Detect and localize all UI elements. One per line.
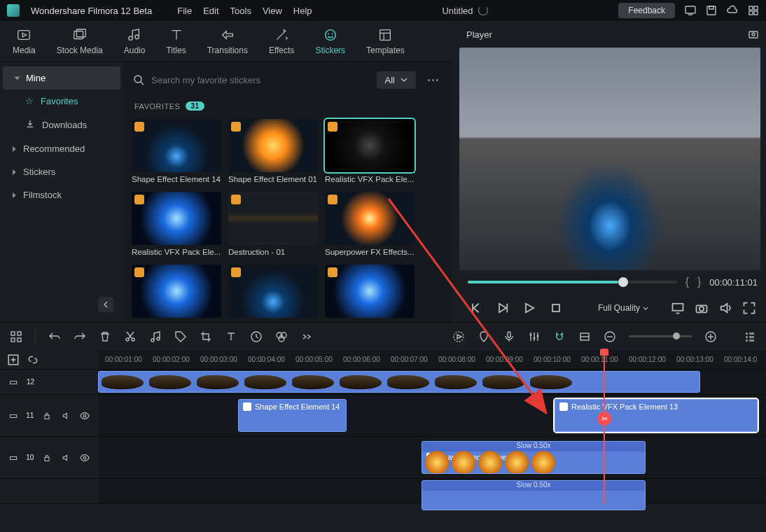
play-button[interactable] (522, 301, 536, 315)
svg-rect-5 (754, 6, 758, 10)
svg-marker-23 (499, 304, 506, 313)
volume-icon[interactable] (718, 301, 732, 315)
clip-shape-14[interactable]: Shape Effect Element 14 (238, 399, 347, 432)
sync-icon[interactable] (478, 6, 488, 15)
feedback-button[interactable]: Feedback (618, 3, 675, 18)
sidebar-item-favorites[interactable]: ☆Favorites (0, 90, 123, 113)
menu-tools[interactable]: Tools (230, 6, 251, 16)
svg-rect-32 (18, 332, 21, 335)
save-icon[interactable] (706, 5, 717, 16)
frame-icon[interactable] (578, 330, 591, 343)
sticker-thumb[interactable] (325, 265, 415, 318)
add-track-icon[interactable] (7, 354, 20, 366)
tag-icon[interactable] (174, 330, 187, 343)
music-icon[interactable] (149, 330, 162, 343)
quality-dropdown[interactable]: Full Quality (598, 303, 648, 313)
mute-icon[interactable] (60, 451, 72, 464)
undo-button[interactable] (48, 330, 61, 343)
display-icon[interactable] (671, 301, 685, 315)
eye-icon[interactable] (79, 451, 91, 464)
tab-titles[interactable]: Titles (166, 27, 186, 55)
sticker-thumb[interactable]: Destruction - 01 (228, 192, 318, 256)
sidebar-item-downloads[interactable]: Downloads (0, 113, 123, 137)
magnet-icon[interactable] (553, 330, 566, 343)
search-input[interactable] (151, 75, 370, 85)
render-icon[interactable] (452, 330, 465, 343)
sticker-thumb[interactable]: Shape Effect Element 14 (132, 119, 221, 183)
timeline-track-12[interactable]: ▭12 (0, 370, 766, 395)
clip-realistic-vfx[interactable]: Realistic VFX Pack Element 13 (555, 399, 758, 432)
mark-in-button[interactable]: { (685, 276, 689, 288)
speed-icon[interactable] (250, 330, 263, 343)
sticker-thumb[interactable]: Shape Effect Element 01 (228, 119, 318, 183)
sidebar-item-filmstock[interactable]: Filmstock (0, 183, 123, 206)
crop-icon[interactable] (200, 330, 212, 343)
tab-templates[interactable]: Templates (366, 27, 405, 55)
more-tools-button[interactable] (300, 330, 313, 343)
snapshot-icon[interactable] (748, 29, 759, 40)
menu-file[interactable]: File (177, 6, 192, 16)
text-icon[interactable] (225, 330, 237, 343)
delete-button[interactable] (99, 330, 111, 343)
monitor-icon[interactable] (685, 5, 696, 16)
sidebar-item-recommended[interactable]: Recommended (0, 137, 123, 160)
timeline-track-9[interactable]: Slow 0.50x (0, 479, 766, 504)
mark-out-button[interactable]: } (697, 276, 701, 288)
tab-audio[interactable]: Audio (124, 27, 146, 55)
tab-media[interactable]: Media (13, 27, 36, 55)
timeline-track-11[interactable]: ▭11 Shape Effect Element 14 Realistic VF… (0, 395, 766, 437)
more-button[interactable] (423, 79, 443, 81)
track-options-icon[interactable] (744, 330, 756, 343)
sticker-thumb[interactable] (228, 265, 318, 318)
zoom-slider[interactable] (629, 335, 692, 337)
redo-button[interactable] (74, 330, 86, 343)
timeline-track-10[interactable]: ▭10 Slow 0.50x Shape Effect Element 01 (0, 437, 766, 479)
scissor-icon[interactable]: ✂ (597, 412, 611, 426)
zoom-out-button[interactable] (604, 330, 616, 343)
tab-stickers[interactable]: Stickers (315, 27, 345, 55)
sticker-thumb[interactable]: Realistic VFX Pack Ele... (325, 119, 415, 183)
filter-dropdown[interactable]: All (377, 71, 416, 89)
stop-button[interactable] (549, 301, 563, 315)
scrub-slider[interactable] (468, 281, 677, 284)
grid-icon[interactable] (748, 5, 759, 16)
tab-transitions[interactable]: Transitions (207, 27, 248, 55)
cloud-icon[interactable] (727, 5, 738, 16)
lock-icon[interactable] (41, 410, 53, 422)
svg-rect-34 (18, 338, 21, 342)
clip-shape-01[interactable]: Slow 0.50x Shape Effect Element 01 (422, 441, 646, 474)
clip-destruction[interactable] (98, 371, 700, 393)
camera-icon[interactable] (695, 301, 709, 315)
tab-effects[interactable]: Effects (269, 27, 294, 55)
eye-icon[interactable] (79, 410, 91, 422)
color-icon[interactable] (275, 330, 288, 343)
marker-icon[interactable] (478, 330, 490, 343)
menu-help[interactable]: Help (293, 6, 312, 16)
tab-stock-media[interactable]: Stock Media (57, 27, 103, 55)
sticker-thumb[interactable] (132, 265, 221, 318)
sticker-thumb[interactable]: Superpower FX Effects... (325, 192, 415, 256)
fullscreen-icon[interactable] (742, 301, 756, 315)
mixer-icon[interactable] (528, 330, 541, 343)
menu-edit[interactable]: Edit (203, 6, 218, 16)
layout-icon[interactable] (10, 330, 22, 343)
zoom-in-button[interactable] (704, 330, 717, 343)
link-icon[interactable] (27, 354, 39, 366)
play-reverse-button[interactable] (496, 301, 510, 315)
timeline-ruler[interactable]: 00:00:01:00 00:00:02:00 00:00:03:00 00:0… (0, 350, 766, 370)
mute-icon[interactable] (60, 410, 72, 422)
lock-icon[interactable] (41, 451, 53, 464)
svg-rect-56 (746, 336, 748, 338)
sticker-thumb[interactable]: Realistic VFX Pack Ele... (132, 192, 221, 256)
voiceover-icon[interactable] (503, 330, 515, 343)
collapse-sidebar-button[interactable] (98, 297, 113, 312)
sidebar-item-stickers[interactable]: Stickers (0, 160, 123, 183)
menu-view[interactable]: View (263, 6, 282, 16)
cut-button[interactable] (124, 330, 137, 343)
clip-shape-01b[interactable]: Slow 0.50x (422, 480, 646, 510)
playhead[interactable]: ✂ (604, 350, 605, 504)
sidebar-item-mine[interactable]: Mine (3, 66, 120, 90)
prev-frame-button[interactable] (469, 301, 483, 315)
player-preview[interactable] (459, 48, 760, 270)
search-icon (133, 74, 144, 85)
